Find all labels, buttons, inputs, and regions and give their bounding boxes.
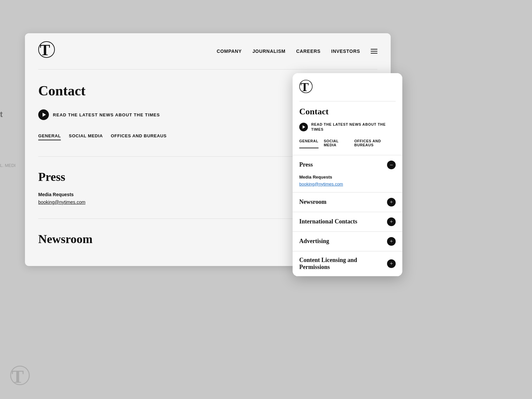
play-icon: [38, 109, 49, 120]
nav-journalism[interactable]: JOURNALISM: [252, 49, 286, 54]
accordion-press-icon: [387, 161, 396, 169]
nav-company[interactable]: COMPANY: [217, 49, 242, 54]
accordion-newsroom-title: Newsroom: [299, 199, 327, 205]
accordion-international-icon: [387, 217, 396, 226]
mobile-contact-title: Contact: [299, 107, 396, 122]
mobile-header-divider: [299, 101, 396, 101]
accordion-advertising-icon: [387, 237, 396, 246]
accordion-press: Press Media Requests booking@nytimes.com: [293, 155, 402, 193]
mobile-tab-general[interactable]: GENERAL: [299, 139, 319, 148]
left-partial-general: L. MEDI: [0, 163, 16, 168]
mobile-tabs: GENERAL SOCIAL MEDIA OFFICES AND BUREAUS: [293, 139, 402, 155]
mobile-tab-offices[interactable]: OFFICES AND BUREAUS: [354, 139, 396, 148]
nav-careers[interactable]: CAREERS: [296, 49, 321, 54]
hamburger-menu-icon[interactable]: [371, 49, 377, 54]
mobile-play-icon: [299, 123, 308, 131]
desktop-header: T COMPANY JOURNALISM CAREERS INVESTORS: [25, 33, 391, 69]
accordion-press-header[interactable]: Press: [293, 155, 402, 175]
accordion-licensing-icon: [387, 259, 396, 268]
accordion-press-title: Press: [299, 161, 313, 168]
mobile-news-button[interactable]: READ THE LATEST NEWS ABOUT THE TIMES: [299, 122, 396, 139]
mobile-card: T Contact READ THE LATEST NEWS ABOUT THE…: [293, 73, 402, 276]
desktop-news-text: READ THE LATEST NEWS ABOUT THE TIMES: [53, 112, 160, 117]
accordion-licensing-header[interactable]: Content Licensing and Permissions: [293, 251, 402, 276]
media-requests-link[interactable]: booking@nytimes.com: [299, 182, 343, 187]
accordion-press-content: Media Requests booking@nytimes.com: [293, 175, 402, 192]
accordion-advertising-title: Advertising: [299, 238, 329, 245]
nav-investors[interactable]: INVESTORS: [331, 49, 360, 54]
tab-offices-bureaus[interactable]: OFFICES AND BUREAUS: [111, 133, 167, 140]
media-requests-label: Media Requests: [299, 175, 396, 180]
mobile-tab-social[interactable]: SOCIAL MEDIA: [324, 139, 349, 148]
accordion-international-title: International Contacts: [299, 218, 357, 225]
accordion-licensing: Content Licensing and Permissions: [293, 251, 402, 276]
tab-social-media[interactable]: SOCIAL MEDIA: [69, 133, 103, 140]
accordion-newsroom-header[interactable]: Newsroom: [293, 193, 402, 212]
left-partial-contact: t: [0, 110, 3, 119]
accordion-newsroom: Newsroom: [293, 193, 402, 212]
mobile-header: T Contact READ THE LATEST NEWS ABOUT THE…: [293, 73, 402, 139]
tab-general[interactable]: GENERAL: [38, 133, 61, 140]
accordion-advertising-header[interactable]: Advertising: [293, 232, 402, 251]
mobile-logo[interactable]: T: [299, 80, 396, 96]
accordion-international-header[interactable]: International Contacts: [293, 212, 402, 231]
press-email-link[interactable]: booking@nytimes.com: [38, 200, 85, 205]
accordion-advertising: Advertising: [293, 232, 402, 251]
mobile-news-text: READ THE LATEST NEWS ABOUT THE TIMES: [311, 122, 396, 132]
accordion-licensing-title: Content Licensing and Permissions: [299, 257, 387, 271]
desktop-nav: COMPANY JOURNALISM CAREERS INVESTORS: [217, 49, 377, 54]
bottom-partial-logo: T: [10, 365, 30, 389]
desktop-logo[interactable]: T: [38, 41, 55, 61]
accordion-international: International Contacts: [293, 212, 402, 232]
accordion-newsroom-icon: [387, 198, 396, 206]
